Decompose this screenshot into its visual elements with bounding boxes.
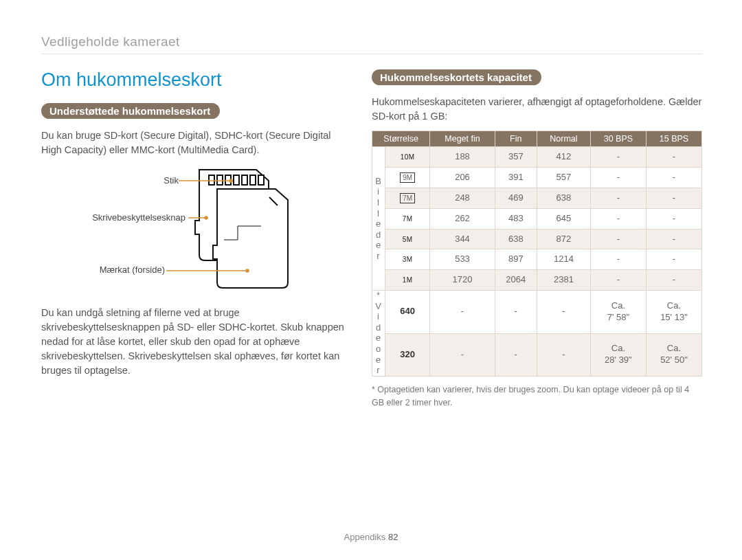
- data-cell: 206: [430, 167, 495, 188]
- data-cell: Ca.52' 50": [646, 333, 701, 376]
- table-row: 1M172020642381--: [372, 270, 702, 291]
- data-cell: -: [646, 249, 701, 270]
- table-row: 3M5338971214--: [372, 249, 702, 270]
- data-cell: -: [590, 229, 646, 249]
- label-front: Mærkat (forside): [41, 265, 165, 275]
- svg-point-10: [205, 216, 207, 219]
- svg-point-12: [246, 269, 249, 272]
- data-cell: 262: [430, 208, 495, 229]
- data-cell: -: [590, 167, 646, 188]
- svg-rect-0: [209, 175, 214, 185]
- data-cell: -: [590, 208, 646, 229]
- data-cell: -: [590, 188, 646, 208]
- data-cell: 469: [495, 188, 537, 208]
- data-cell: -: [430, 291, 495, 333]
- data-cell: Ca.28' 39": [590, 333, 646, 376]
- data-cell: -: [495, 291, 537, 333]
- data-cell: -: [495, 333, 537, 376]
- label-write: Skrivebeskyttelsesknap: [41, 212, 186, 223]
- data-cell: -: [590, 270, 646, 291]
- content-columns: Om hukommelseskort Understøttede hukomme…: [41, 69, 702, 409]
- footer: Appendiks 82: [0, 532, 742, 542]
- data-cell: 897: [495, 249, 537, 270]
- size-cell: 640: [385, 291, 430, 333]
- footer-label: Appendiks: [344, 532, 386, 542]
- size-cell: 9M: [385, 167, 430, 188]
- data-cell: Ca.7' 58": [590, 291, 646, 333]
- svg-point-8: [229, 179, 232, 182]
- data-cell: 638: [537, 188, 590, 208]
- data-cell: 2381: [537, 270, 590, 291]
- data-cell: 1720: [430, 270, 495, 291]
- data-cell: 188: [430, 147, 495, 168]
- data-cell: 872: [537, 229, 590, 249]
- data-cell: 1214: [537, 249, 590, 270]
- side-label-videos: *Videoer: [372, 291, 385, 377]
- left-column: Om hukommelseskort Understøttede hukomme…: [41, 69, 347, 409]
- table-row: 7M262483645--: [372, 208, 702, 229]
- th-size: Størrelse: [372, 131, 430, 147]
- table-header-row: Størrelse Meget fin Fin Normal 30 BPS 15…: [372, 131, 702, 147]
- pill-supported-cards: Understøttede hukommelseskort: [41, 103, 220, 119]
- data-cell: -: [537, 333, 590, 376]
- data-cell: 412: [537, 147, 590, 168]
- table-row: Billeder10M188357412--: [372, 147, 702, 168]
- th-15bps: 15 BPS: [646, 131, 701, 147]
- size-cell: 7M: [385, 188, 430, 208]
- th-superfine: Meget fin: [430, 131, 495, 147]
- page-title: Om hukommelseskort: [41, 69, 347, 91]
- side-label-photos: Billeder: [372, 147, 385, 291]
- table-row: 7M248469638--: [372, 188, 702, 208]
- pill-capacity: Hukommelseskortets kapacitet: [372, 69, 541, 85]
- data-cell: Ca.15' 13": [646, 291, 701, 333]
- svg-rect-5: [250, 175, 256, 185]
- data-cell: -: [537, 291, 590, 333]
- table-row: 9M206391557--: [372, 167, 702, 188]
- svg-rect-3: [234, 175, 239, 185]
- capacity-desc: Hukommelseskapaciteten varierer, afhængi…: [372, 95, 702, 124]
- size-cell: 10M: [385, 147, 430, 168]
- page: Vedligeholde kameraet Om hukommelseskort…: [0, 0, 742, 560]
- data-cell: 557: [537, 167, 590, 188]
- data-cell: 344: [430, 229, 495, 249]
- data-cell: 483: [495, 208, 537, 229]
- th-30bps: 30 BPS: [590, 131, 646, 147]
- data-cell: 248: [430, 188, 495, 208]
- label-stik: Stik: [41, 175, 179, 186]
- svg-rect-6: [258, 175, 264, 185]
- th-fine: Fin: [495, 131, 537, 147]
- right-column: Hukommelseskortets kapacitet Hukommelses…: [372, 69, 702, 409]
- data-cell: -: [590, 249, 646, 270]
- data-cell: -: [646, 229, 701, 249]
- data-cell: 638: [495, 229, 537, 249]
- size-cell: 3M: [385, 249, 430, 270]
- write-protect-desc: Du kan undgå sletning af filerne ved at …: [41, 306, 347, 378]
- size-cell: 1M: [385, 270, 430, 291]
- data-cell: -: [646, 147, 701, 168]
- table-footnote: * Optagetiden kan varierer, hvis der bru…: [372, 383, 702, 410]
- size-cell: 320: [385, 333, 430, 376]
- breadcrumb: Vedligeholde kameraet: [41, 34, 702, 54]
- svg-rect-1: [217, 175, 223, 185]
- table-row: 320---Ca.28' 39"Ca.52' 50": [372, 333, 702, 376]
- footer-page-number: 82: [388, 532, 398, 542]
- size-cell: 7M: [385, 208, 430, 229]
- data-cell: -: [430, 333, 495, 376]
- data-cell: -: [590, 147, 646, 168]
- data-cell: 357: [495, 147, 537, 168]
- size-cell: 5M: [385, 229, 430, 249]
- data-cell: -: [646, 208, 701, 229]
- data-cell: 533: [430, 249, 495, 270]
- th-normal: Normal: [537, 131, 590, 147]
- data-cell: -: [646, 188, 701, 208]
- data-cell: -: [646, 167, 701, 188]
- svg-rect-4: [242, 175, 247, 185]
- data-cell: 645: [537, 208, 590, 229]
- data-cell: 2064: [495, 270, 537, 291]
- supported-desc: Du kan bruge SD-kort (Secure Digital), S…: [41, 128, 347, 157]
- sd-card-diagram: Stik Skrivebeskyttelsesknap Mærkat (fors…: [41, 164, 347, 302]
- table-row: 5M344638872--: [372, 229, 702, 249]
- data-cell: -: [646, 270, 701, 291]
- data-cell: 391: [495, 167, 537, 188]
- capacity-table: Størrelse Meget fin Fin Normal 30 BPS 15…: [372, 131, 702, 377]
